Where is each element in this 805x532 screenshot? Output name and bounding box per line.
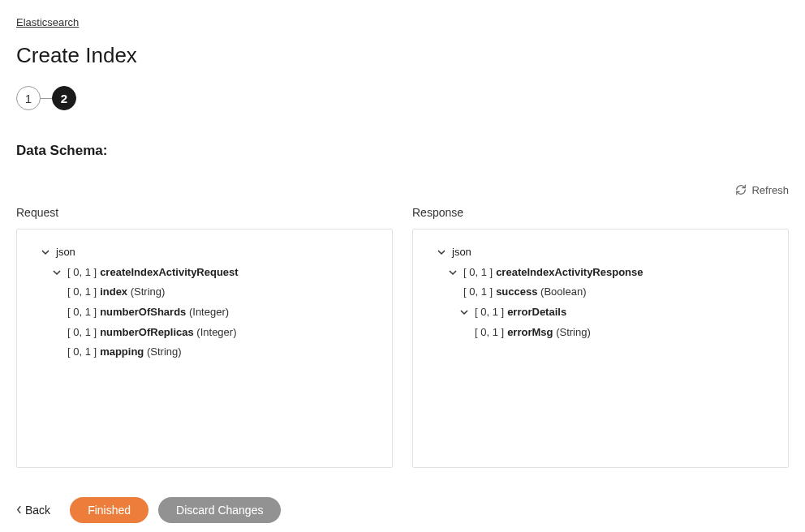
field-name: createIndexActivityRequest bbox=[100, 263, 239, 283]
field-name: createIndexActivityResponse bbox=[496, 263, 643, 283]
cardinality-label: [ 0, 1 ] bbox=[475, 323, 504, 343]
cardinality-label: [ 0, 1 ] bbox=[67, 342, 97, 363]
cardinality-label: [ 0, 1 ] bbox=[67, 323, 97, 343]
step-2[interactable]: 2 bbox=[52, 86, 76, 110]
chevron-down-icon[interactable] bbox=[51, 267, 62, 278]
field-name: numberOfShards bbox=[100, 302, 186, 323]
back-button[interactable]: Back bbox=[16, 504, 50, 517]
field-name: mapping bbox=[100, 342, 144, 363]
chevron-down-icon[interactable] bbox=[458, 307, 470, 318]
back-label: Back bbox=[25, 504, 50, 517]
field-name: errorMsg bbox=[507, 323, 553, 343]
breadcrumb-link-elasticsearch[interactable]: Elasticsearch bbox=[16, 16, 79, 28]
field-name: success bbox=[496, 282, 537, 302]
tree-row-error-details[interactable]: [ 0, 1 ] errorDetails bbox=[424, 302, 777, 323]
field-type: (Integer) bbox=[189, 302, 229, 323]
field-name: index bbox=[100, 282, 127, 302]
cardinality-label: [ 0, 1 ] bbox=[67, 282, 97, 302]
discard-changes-button[interactable]: Discard Changes bbox=[158, 497, 281, 523]
chevron-down-icon[interactable] bbox=[436, 247, 447, 258]
response-schema-box: json [ 0, 1 ] createIndexActivityRespons… bbox=[412, 229, 789, 468]
field-type: (String) bbox=[131, 282, 166, 302]
tree-row-json[interactable]: json bbox=[28, 242, 381, 263]
tree-row-field[interactable]: [ 0, 1 ] index (String) bbox=[28, 282, 381, 302]
tree-row-json[interactable]: json bbox=[424, 242, 777, 263]
chevron-left-icon bbox=[16, 504, 22, 517]
cardinality-label: [ 0, 1 ] bbox=[67, 302, 97, 323]
breadcrumb: Elasticsearch bbox=[16, 16, 789, 28]
field-type: (Integer) bbox=[196, 323, 236, 343]
step-connector bbox=[41, 98, 52, 99]
field-name: numberOfReplicas bbox=[100, 323, 194, 343]
tree-row-field[interactable]: [ 0, 1 ] numberOfShards (Integer) bbox=[28, 302, 381, 323]
chevron-down-icon[interactable] bbox=[40, 247, 51, 258]
cardinality-label: [ 0, 1 ] bbox=[463, 282, 493, 302]
section-title-data-schema: Data Schema: bbox=[16, 143, 789, 159]
cardinality-label: [ 0, 1 ] bbox=[463, 263, 493, 283]
page-title: Create Index bbox=[16, 43, 789, 68]
tree-row-root-field[interactable]: [ 0, 1 ] createIndexActivityResponse bbox=[424, 263, 777, 283]
tree-row-field[interactable]: [ 0, 1 ] numberOfReplicas (Integer) bbox=[28, 323, 381, 343]
tree-row-field[interactable]: [ 0, 1 ] success (Boolean) bbox=[424, 282, 777, 302]
field-type: (String) bbox=[147, 342, 182, 363]
tree-node-label: json bbox=[452, 242, 471, 263]
request-column: Request json [ 0, 1 ] createIndexActivit… bbox=[16, 203, 393, 468]
request-schema-box: json [ 0, 1 ] createIndexActivityRequest… bbox=[16, 229, 393, 468]
stepper: 1 2 bbox=[16, 86, 789, 110]
tree-row-field[interactable]: [ 0, 1 ] mapping (String) bbox=[28, 342, 381, 363]
step-1[interactable]: 1 bbox=[16, 86, 41, 110]
refresh-icon bbox=[735, 184, 747, 195]
tree-node-label: json bbox=[56, 242, 75, 263]
cardinality-label: [ 0, 1 ] bbox=[67, 263, 97, 283]
footer-actions: Back Finished Discard Changes bbox=[16, 497, 789, 523]
finished-button[interactable]: Finished bbox=[70, 497, 149, 523]
cardinality-label: [ 0, 1 ] bbox=[475, 302, 504, 323]
refresh-button[interactable]: Refresh bbox=[735, 182, 789, 198]
field-name: errorDetails bbox=[507, 302, 566, 323]
field-type: (Boolean) bbox=[540, 282, 586, 302]
chevron-down-icon[interactable] bbox=[447, 267, 458, 278]
tree-row-field[interactable]: [ 0, 1 ] errorMsg (String) bbox=[424, 323, 777, 343]
tree-row-root-field[interactable]: [ 0, 1 ] createIndexActivityRequest bbox=[28, 263, 381, 283]
response-label: Response bbox=[412, 206, 789, 219]
response-column: Response json [ 0, 1 ] createIndexActivi… bbox=[412, 203, 789, 468]
request-label: Request bbox=[16, 206, 393, 219]
field-type: (String) bbox=[556, 323, 591, 343]
refresh-label: Refresh bbox=[751, 184, 789, 196]
